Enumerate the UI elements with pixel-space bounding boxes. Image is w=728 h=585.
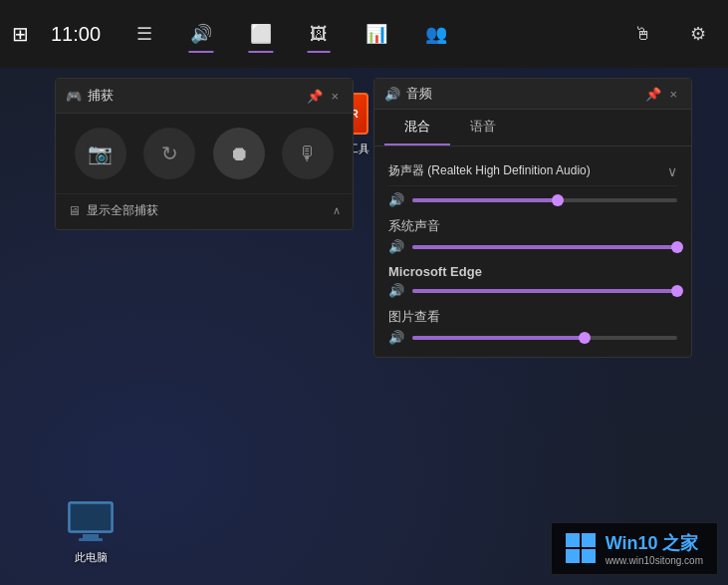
photo-viewer-slider-row: 🔊 xyxy=(388,330,677,345)
menu-icon[interactable]: ☰ xyxy=(126,17,162,51)
pc-icon[interactable]: 此电脑 xyxy=(65,496,117,565)
capture-close-button[interactable]: × xyxy=(327,89,343,104)
audio-tabs: 混合 语音 xyxy=(374,110,691,146)
tab-voice[interactable]: 语音 xyxy=(450,110,516,146)
edge-slider[interactable] xyxy=(412,289,677,293)
settings-icon[interactable]: ⚙ xyxy=(680,17,716,51)
svg-rect-4 xyxy=(566,533,580,547)
system-sound-slider-row: 🔊 xyxy=(388,239,677,254)
win10-badge: Win10 之家 www.win10sitong.com xyxy=(551,522,718,575)
system-sound-label: 系统声音 xyxy=(388,217,677,235)
svg-rect-7 xyxy=(582,549,596,563)
win10-logo-icon xyxy=(566,533,598,565)
mouse-icon[interactable]: 🖱 xyxy=(624,18,662,51)
capture-panel: 🎮 捕获 📌 × 📷 ↻ ⏺ 🎙 🖥 显示全部捕获 ∧ xyxy=(55,78,354,230)
capture-record-button[interactable]: ⏺ xyxy=(213,128,265,179)
audio-close-button[interactable]: × xyxy=(665,87,681,102)
edge-label: Microsoft Edge xyxy=(388,264,677,279)
audio-device-row: 扬声器 (Realtek High Definition Audio) ∨ xyxy=(388,156,677,186)
audio-device-arrow[interactable]: ∨ xyxy=(667,163,677,179)
people-icon[interactable]: 👥 xyxy=(415,17,457,51)
svg-rect-5 xyxy=(582,533,596,547)
capture-refresh-button[interactable]: ↻ xyxy=(143,128,195,179)
tab-mix[interactable]: 混合 xyxy=(384,110,450,146)
edge-sound-icon: 🔊 xyxy=(388,283,404,298)
capture-screenshot-button[interactable]: 📷 xyxy=(75,128,126,179)
win10-title: Win10 之家 xyxy=(606,531,703,555)
taskbar: ⊞ 11:00 ☰ 🔊 ⬜ 🖼 📊 👥 🖱 ⚙ xyxy=(0,0,728,68)
win10-subtitle: www.win10sitong.com xyxy=(606,555,703,566)
capture-show-all-button[interactable]: 🖥 显示全部捕获 ∧ xyxy=(56,193,353,229)
audio-device-slider[interactable] xyxy=(412,198,677,202)
audio-device-name: 扬声器 (Realtek High Definition Audio) xyxy=(388,162,591,179)
xbox-icon[interactable]: ⊞ xyxy=(12,22,29,46)
audio-panel: 🔊 音频 📌 × 混合 语音 扬声器 (Realtek High Definit… xyxy=(373,78,692,358)
audio-pin-button[interactable]: 📌 xyxy=(641,87,665,102)
capture-footer-text: 显示全部捕获 xyxy=(87,202,158,219)
capture-footer-arrow: ∧ xyxy=(333,204,341,217)
system-sound-slider[interactable] xyxy=(412,245,677,249)
capture-buttons-row: 📷 ↻ ⏺ 🎙 xyxy=(56,114,353,193)
svg-rect-1 xyxy=(71,504,111,530)
svg-rect-2 xyxy=(83,534,99,538)
pc-icon-image xyxy=(65,496,117,548)
capture-icon[interactable]: ⬜ xyxy=(240,17,282,51)
capture-panel-header: 🎮 捕获 📌 × xyxy=(56,79,353,114)
capture-pin-button[interactable]: 📌 xyxy=(303,89,327,104)
display-icon[interactable]: 🖼 xyxy=(300,18,338,51)
capture-panel-title: 捕获 xyxy=(88,87,303,105)
audio-header-icon: 🔊 xyxy=(384,87,400,102)
volume-icon[interactable]: 🔊 xyxy=(180,17,222,51)
audio-panel-header: 🔊 音频 📌 × xyxy=(374,79,691,110)
audio-device-slider-row: 🔊 xyxy=(388,192,677,207)
capture-footer-icon: 🖥 xyxy=(68,203,81,218)
taskbar-time: 11:00 xyxy=(51,23,101,46)
svg-rect-3 xyxy=(79,538,103,541)
capture-header-icon: 🎮 xyxy=(66,89,82,104)
photo-viewer-sound-icon: 🔊 xyxy=(388,330,404,345)
edge-slider-row: 🔊 xyxy=(388,283,677,298)
system-sound-icon: 🔊 xyxy=(388,239,404,254)
audio-section-main: 扬声器 (Realtek High Definition Audio) ∨ 🔊 … xyxy=(374,146,691,357)
photo-viewer-slider[interactable] xyxy=(412,336,677,340)
audio-volume-icon: 🔊 xyxy=(388,192,404,207)
capture-mic-button[interactable]: 🎙 xyxy=(282,128,334,179)
pc-icon-label: 此电脑 xyxy=(75,550,108,565)
audio-panel-title: 音频 xyxy=(406,85,641,103)
win10-badge-text: Win10 之家 www.win10sitong.com xyxy=(606,531,703,566)
svg-rect-6 xyxy=(566,549,580,563)
photo-viewer-label: 图片查看 xyxy=(388,308,677,326)
stats-icon[interactable]: 📊 xyxy=(356,17,397,51)
